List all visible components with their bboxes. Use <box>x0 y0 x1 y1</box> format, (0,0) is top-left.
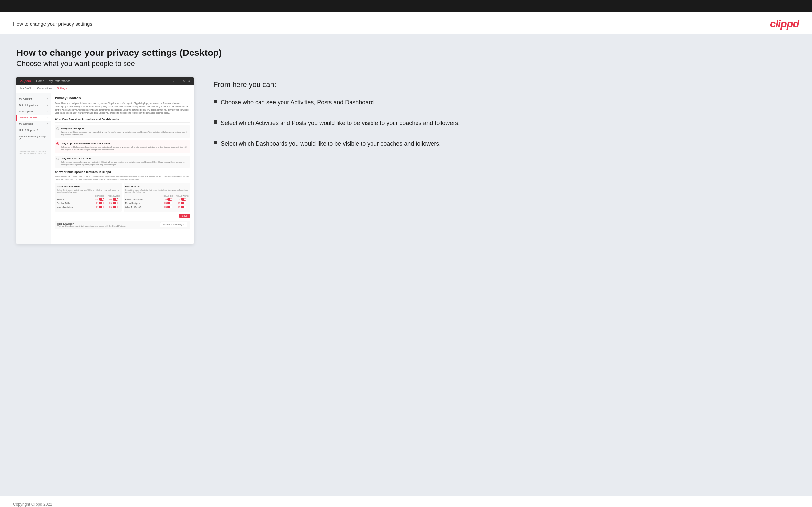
mock-visit-community-button[interactable]: Visit Our Community ↗ <box>160 222 187 227</box>
mock-section-desc: Control how you and your data appears to… <box>55 102 190 115</box>
mock-toggle-switch11 <box>167 206 172 208</box>
mock-features-title: Show or hide specific features in Clippd <box>55 170 190 174</box>
mock-radio-circle-3 <box>56 158 59 160</box>
content-title: How to change your privacy settings (Des… <box>16 48 796 58</box>
bullet-text-1: Choose who can see your Activities, Post… <box>221 98 375 107</box>
mock-radio-followers: Only Approved Followers and Your Coach O… <box>55 140 190 153</box>
mock-avatar: ● <box>188 79 190 83</box>
from-here-title: From here you can: <box>213 80 796 89</box>
mock-sidebar-subscription: Subscription› <box>16 108 51 115</box>
mock-d-coaches-label: COACHES <box>162 195 174 197</box>
mock-search-icon: ⌕ <box>173 79 175 83</box>
mock-radio-everyone: Everyone on Clippd Everyone on Clippd ca… <box>55 125 190 138</box>
mock-on-label9: ON <box>164 202 166 204</box>
mock-rounds-followers-toggle: ON <box>108 198 119 201</box>
mock-toggle-panels: Activities and Posts Select the types of… <box>55 183 190 212</box>
mock-drills-label: Practice Drills <box>57 202 94 205</box>
main-content: How to change your privacy settings (Des… <box>0 35 812 496</box>
mock-manual-row: Manual Activities ON ON <box>57 206 119 208</box>
mock-player-followers-toggle: ON <box>176 198 188 201</box>
mock-subnav-settings: Settings <box>57 87 67 91</box>
top-bar <box>0 0 812 12</box>
mock-sidebar-service: Service & Privacy Policy ↗ <box>16 133 51 143</box>
mock-insights-row: Round Insights ON ON <box>125 202 188 205</box>
mock-toggle-switch9 <box>167 202 172 205</box>
mock-radio-label-3: Only You and Your Coach <box>61 157 188 160</box>
mock-subnav: My Profile Connections Settings <box>16 85 194 93</box>
mock-help-title: Help & Support <box>57 223 126 225</box>
bullet-square-2 <box>213 120 217 124</box>
header-title: How to change your privacy settings <box>13 21 92 26</box>
mock-on-label4: ON <box>109 202 112 204</box>
mock-radio-group: Everyone on Clippd Everyone on Clippd ca… <box>55 125 190 168</box>
mock-save-button[interactable]: Save <box>180 214 190 218</box>
mock-on-label: ON <box>95 198 98 200</box>
mock-subnav-connections: Connections <box>38 87 52 91</box>
footer: Copyright Clippd 2022 <box>0 496 812 507</box>
mock-settings-icon: ⚙ <box>183 79 186 83</box>
mock-on-label11: ON <box>164 206 166 208</box>
mock-manual-coaches-toggle: ON <box>94 206 106 208</box>
mock-manual-label: Manual Activities <box>57 206 94 208</box>
mock-radio-label-2: Only Approved Followers and Your Coach <box>61 142 188 145</box>
mock-activities-header: COACHES FOLLOWERS <box>57 195 119 197</box>
mock-player-dash-toggles: ON ON <box>162 198 188 201</box>
mock-subnav-profile: My Profile <box>20 87 32 91</box>
mock-on-label5: ON <box>95 206 98 208</box>
mock-rounds-label: Rounds <box>57 198 94 201</box>
mock-dashboards-panel: Dashboards Select the types of activity … <box>123 183 190 212</box>
mock-on-label8: ON <box>178 198 180 200</box>
mock-help-section: Help & Support Visit our Clippd communit… <box>55 221 190 229</box>
mock-features: Show or hide specific features in Clippd… <box>55 170 190 218</box>
mock-rounds-toggles: ON ON <box>94 198 119 201</box>
mock-manual-toggles: ON ON <box>94 206 119 208</box>
mock-activities-panel: Activities and Posts Select the types of… <box>55 183 121 212</box>
mock-toggle-switch5 <box>99 206 104 208</box>
mock-workOn-toggles: ON ON <box>162 206 188 208</box>
mock-toggle-switch10 <box>181 202 186 205</box>
mock-drills-coaches-toggle: ON <box>94 202 106 205</box>
mock-toggle-switch12 <box>181 206 186 208</box>
logo: clippd <box>770 18 799 30</box>
mock-sidebar-integrations: Data Integrations› <box>16 102 51 108</box>
mock-radio-desc-2: Only approved followers and coaches you … <box>61 146 188 151</box>
mock-on-label2: ON <box>109 198 112 200</box>
mock-toggle-switch8 <box>181 198 186 201</box>
mock-toggle-switch3 <box>99 202 104 205</box>
right-panel: From here you can: Choose who can see yo… <box>213 77 796 160</box>
mock-sidebar-account: My Account› <box>16 96 51 102</box>
mock-toggle-switch6 <box>113 206 118 208</box>
mock-who-title: Who Can See Your Activities and Dashboar… <box>55 118 190 123</box>
mock-insights-coaches-toggle: ON <box>162 202 174 205</box>
mock-nav-performance: My Performance <box>49 79 70 83</box>
mock-sidebar-help: Help & Support ↗ <box>16 127 51 133</box>
mock-activities-desc: Select the types of activity that you'd … <box>57 189 119 193</box>
mock-main-panel: Privacy Controls Control how you and you… <box>51 93 194 244</box>
bullet-square-3 <box>213 141 217 145</box>
bullet-item-2: Select which Activities and Posts you wo… <box>213 119 796 128</box>
mock-toggle-switch2 <box>113 198 118 201</box>
mock-nav: clippd Home My Performance ⌕ ⊞ ⚙ ● <box>16 77 194 85</box>
mock-drills-toggles: ON ON <box>94 202 119 205</box>
content-subtitle: Choose what you want people to see <box>16 59 796 68</box>
mock-help-desc: Visit our Clippd community to troublesho… <box>57 225 126 227</box>
bullet-text-2: Select which Activities and Posts you wo… <box>221 119 460 128</box>
mock-toggle-switch7 <box>167 198 172 201</box>
mock-workOn-label: What To Work On <box>125 206 163 208</box>
mock-d-followers-label: FOLLOWERS <box>176 195 188 197</box>
bullet-square-1 <box>213 100 217 103</box>
mock-on-label12: ON <box>178 206 180 208</box>
mock-player-dash-label: Player Dashboard <box>125 198 163 201</box>
mock-version: Clippd Client Version: 2022.8.2SQL Serve… <box>16 148 51 156</box>
bullet-text-3: Select which Dashboards you would like t… <box>221 139 441 148</box>
mock-on-label10: ON <box>178 202 180 204</box>
header: How to change your privacy settings clip… <box>0 12 812 34</box>
mock-sidebar: My Account› Data Integrations› Subscript… <box>16 93 51 244</box>
mock-workOn-row: What To Work On ON ON <box>125 206 188 208</box>
mock-insights-label: Round Insights <box>125 202 163 205</box>
mock-workOn-coaches-toggle: ON <box>162 206 174 208</box>
content-body: clippd Home My Performance ⌕ ⊞ ⚙ ● My Pr… <box>16 77 796 244</box>
mock-radio-only-you: Only You and Your Coach Only you and the… <box>55 156 190 168</box>
mock-drills-followers-toggle: ON <box>108 202 119 205</box>
content-header: How to change your privacy settings (Des… <box>16 48 796 68</box>
